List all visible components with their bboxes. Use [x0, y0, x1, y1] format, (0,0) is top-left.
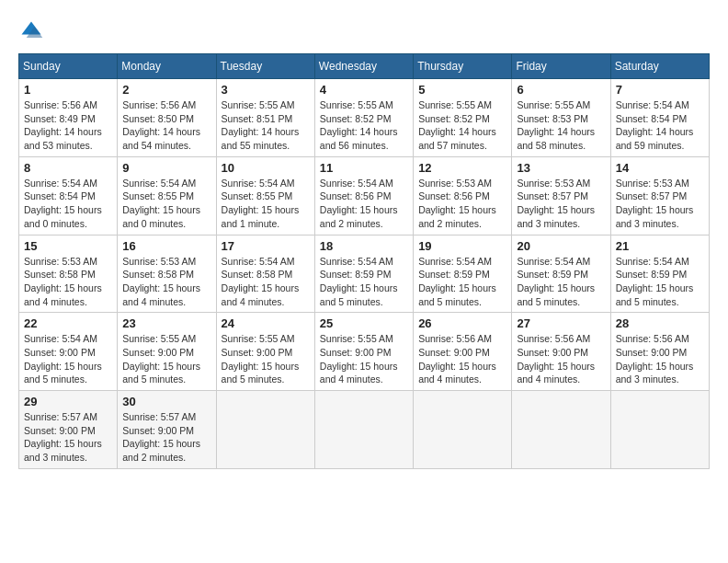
daylight-label: Daylight: 15 hours and 4 minutes.	[517, 361, 595, 385]
daylight-label: Daylight: 15 hours and 2 minutes.	[320, 204, 398, 229]
daylight-label: Daylight: 15 hours and 5 minutes.	[24, 361, 102, 385]
day-info: Sunrise: 5:56 AM Sunset: 8:49 PM Dayligh…	[24, 98, 112, 153]
day-info: Sunrise: 5:54 AM Sunset: 8:59 PM Dayligh…	[616, 255, 704, 309]
calendar-week-4: 22 Sunrise: 5:54 AM Sunset: 9:00 PM Dayl…	[19, 313, 710, 391]
day-number: 11	[320, 161, 408, 175]
daylight-label: Daylight: 14 hours and 57 minutes.	[418, 126, 496, 151]
sunset-label: Sunset: 9:00 PM	[122, 425, 194, 436]
daylight-label: Daylight: 15 hours and 0 minutes.	[122, 204, 200, 229]
day-number: 16	[122, 239, 210, 253]
daylight-label: Daylight: 15 hours and 4 minutes.	[320, 361, 398, 385]
daylight-label: Daylight: 15 hours and 2 minutes.	[122, 438, 200, 463]
day-info: Sunrise: 5:53 AM Sunset: 8:56 PM Dayligh…	[418, 177, 506, 231]
daylight-label: Daylight: 14 hours and 55 minutes.	[222, 126, 300, 151]
daylight-label: Daylight: 14 hours and 53 minutes.	[24, 126, 102, 151]
daylight-label: Daylight: 14 hours and 54 minutes.	[122, 126, 200, 151]
day-cell-1: 1 Sunrise: 5:56 AM Sunset: 8:49 PM Dayli…	[19, 79, 118, 157]
day-info: Sunrise: 5:56 AM Sunset: 9:00 PM Dayligh…	[616, 332, 704, 386]
sunrise-label: Sunrise: 5:54 AM	[320, 256, 393, 267]
day-number: 14	[616, 161, 704, 175]
daylight-label: Daylight: 15 hours and 4 minutes.	[418, 361, 496, 385]
sunrise-label: Sunrise: 5:55 AM	[222, 99, 295, 110]
day-cell-21: 21 Sunrise: 5:54 AM Sunset: 8:59 PM Dayl…	[610, 235, 709, 313]
sunrise-label: Sunrise: 5:53 AM	[122, 256, 196, 267]
day-number: 13	[517, 161, 605, 175]
day-info: Sunrise: 5:55 AM Sunset: 9:00 PM Dayligh…	[320, 332, 408, 386]
sunrise-label: Sunrise: 5:54 AM	[122, 178, 196, 189]
day-info: Sunrise: 5:56 AM Sunset: 8:50 PM Dayligh…	[122, 98, 210, 153]
day-number: 22	[24, 316, 112, 330]
sunset-label: Sunset: 9:00 PM	[222, 347, 293, 358]
day-info: Sunrise: 5:55 AM Sunset: 9:00 PM Dayligh…	[222, 332, 310, 386]
day-info: Sunrise: 5:54 AM Sunset: 8:55 PM Dayligh…	[122, 177, 210, 231]
day-cell-6: 6 Sunrise: 5:55 AM Sunset: 8:53 PM Dayli…	[512, 79, 610, 157]
sunrise-label: Sunrise: 5:53 AM	[24, 256, 97, 267]
day-header-sunday: Sunday	[19, 54, 118, 79]
day-cell-20: 20 Sunrise: 5:54 AM Sunset: 8:59 PM Dayl…	[512, 235, 610, 313]
day-cell-23: 23 Sunrise: 5:55 AM Sunset: 9:00 PM Dayl…	[118, 313, 216, 391]
day-info: Sunrise: 5:54 AM Sunset: 8:56 PM Dayligh…	[320, 177, 408, 231]
day-info: Sunrise: 5:54 AM Sunset: 8:54 PM Dayligh…	[616, 98, 704, 153]
calendar-week-1: 1 Sunrise: 5:56 AM Sunset: 8:49 PM Dayli…	[19, 79, 710, 157]
day-cell-27: 27 Sunrise: 5:56 AM Sunset: 9:00 PM Dayl…	[512, 313, 610, 391]
daylight-label: Daylight: 15 hours and 5 minutes.	[517, 282, 595, 307]
day-cell-24: 24 Sunrise: 5:55 AM Sunset: 9:00 PM Dayl…	[216, 313, 314, 391]
calendar-week-5: 29 Sunrise: 5:57 AM Sunset: 9:00 PM Dayl…	[19, 391, 710, 469]
sunrise-label: Sunrise: 5:56 AM	[122, 99, 196, 110]
empty-cell	[216, 391, 314, 469]
day-number: 28	[616, 316, 704, 330]
day-number: 24	[222, 316, 310, 330]
sunset-label: Sunset: 8:53 PM	[517, 113, 588, 124]
day-cell-4: 4 Sunrise: 5:55 AM Sunset: 8:52 PM Dayli…	[314, 79, 413, 157]
sunrise-label: Sunrise: 5:56 AM	[24, 99, 97, 110]
day-cell-9: 9 Sunrise: 5:54 AM Sunset: 8:55 PM Dayli…	[118, 156, 216, 235]
sunset-label: Sunset: 9:00 PM	[418, 347, 490, 358]
day-cell-25: 25 Sunrise: 5:55 AM Sunset: 9:00 PM Dayl…	[314, 313, 413, 391]
sunset-label: Sunset: 8:56 PM	[418, 190, 490, 201]
daylight-label: Daylight: 15 hours and 5 minutes.	[222, 361, 300, 385]
sunset-label: Sunset: 8:58 PM	[24, 269, 96, 280]
empty-cell	[512, 391, 610, 469]
day-number: 3	[222, 83, 310, 97]
sunrise-label: Sunrise: 5:54 AM	[517, 256, 590, 267]
sunset-label: Sunset: 8:59 PM	[418, 269, 490, 280]
day-cell-17: 17 Sunrise: 5:54 AM Sunset: 8:58 PM Dayl…	[216, 235, 314, 313]
day-info: Sunrise: 5:57 AM Sunset: 9:00 PM Dayligh…	[24, 410, 112, 465]
day-header-wednesday: Wednesday	[314, 54, 413, 79]
sunset-label: Sunset: 8:59 PM	[517, 269, 588, 280]
sunset-label: Sunset: 8:56 PM	[320, 190, 392, 201]
sunset-label: Sunset: 8:55 PM	[222, 190, 293, 201]
day-cell-16: 16 Sunrise: 5:53 AM Sunset: 8:58 PM Dayl…	[118, 235, 216, 313]
sunset-label: Sunset: 9:00 PM	[122, 347, 194, 358]
daylight-label: Daylight: 15 hours and 4 minutes.	[222, 282, 300, 307]
day-header-thursday: Thursday	[414, 54, 512, 79]
day-number: 2	[122, 83, 210, 97]
page-header	[18, 18, 710, 44]
day-cell-15: 15 Sunrise: 5:53 AM Sunset: 8:58 PM Dayl…	[19, 235, 118, 313]
day-number: 19	[418, 239, 506, 253]
day-number: 8	[24, 161, 112, 175]
day-info: Sunrise: 5:55 AM Sunset: 8:51 PM Dayligh…	[222, 98, 310, 153]
calendar-week-3: 15 Sunrise: 5:53 AM Sunset: 8:58 PM Dayl…	[19, 235, 710, 313]
sunrise-label: Sunrise: 5:55 AM	[418, 99, 492, 110]
day-cell-26: 26 Sunrise: 5:56 AM Sunset: 9:00 PM Dayl…	[414, 313, 512, 391]
day-cell-10: 10 Sunrise: 5:54 AM Sunset: 8:55 PM Dayl…	[216, 156, 314, 235]
daylight-label: Daylight: 15 hours and 1 minute.	[222, 204, 300, 229]
sunrise-label: Sunrise: 5:55 AM	[517, 99, 590, 110]
sunrise-label: Sunrise: 5:55 AM	[320, 99, 393, 110]
sunset-label: Sunset: 8:57 PM	[517, 190, 588, 201]
day-cell-29: 29 Sunrise: 5:57 AM Sunset: 9:00 PM Dayl…	[19, 391, 118, 469]
sunrise-label: Sunrise: 5:53 AM	[418, 178, 492, 189]
sunset-label: Sunset: 8:55 PM	[122, 190, 194, 201]
daylight-label: Daylight: 15 hours and 3 minutes.	[616, 204, 694, 229]
day-cell-5: 5 Sunrise: 5:55 AM Sunset: 8:52 PM Dayli…	[414, 79, 512, 157]
day-info: Sunrise: 5:56 AM Sunset: 9:00 PM Dayligh…	[418, 332, 506, 386]
day-number: 23	[122, 316, 210, 330]
daylight-label: Daylight: 14 hours and 59 minutes.	[616, 126, 694, 151]
day-info: Sunrise: 5:57 AM Sunset: 9:00 PM Dayligh…	[122, 410, 210, 465]
sunrise-label: Sunrise: 5:56 AM	[616, 333, 689, 344]
sunset-label: Sunset: 8:49 PM	[24, 113, 96, 124]
day-cell-12: 12 Sunrise: 5:53 AM Sunset: 8:56 PM Dayl…	[414, 156, 512, 235]
day-number: 12	[418, 161, 506, 175]
day-info: Sunrise: 5:53 AM Sunset: 8:57 PM Dayligh…	[616, 177, 704, 231]
